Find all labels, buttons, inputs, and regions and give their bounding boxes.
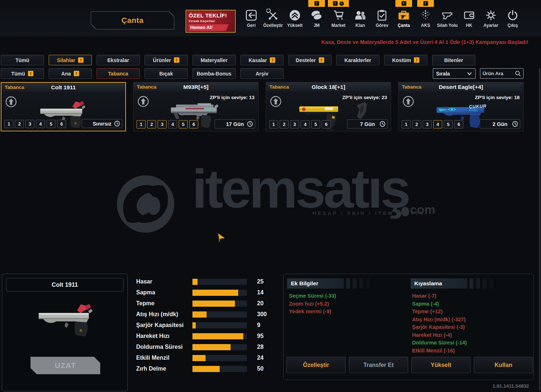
- action-button-4[interactable]: Kullan: [474, 357, 533, 373]
- slot-2[interactable]: 2: [412, 120, 421, 128]
- filter-category-6[interactable]: Kasalar!: [240, 55, 284, 65]
- slot-4[interactable]: 4: [168, 120, 177, 128]
- nav-item-aks[interactable]: !AKS: [415, 9, 436, 28]
- extra-info-list: Seçme Süresi (-33)Zoom hızı (+5.2)Yedek …: [289, 292, 336, 316]
- filter-category-2[interactable]: Silahlar!: [49, 55, 92, 65]
- nav-item-ayarlar[interactable]: Ayarlar: [480, 9, 502, 28]
- action-button-2[interactable]: Transfer Et: [349, 357, 408, 373]
- nav-label: Klan: [355, 23, 365, 28]
- slot-1[interactable]: 1: [4, 120, 13, 128]
- upgrade-arrow-icon[interactable]: [270, 95, 282, 107]
- nav-item-gorev[interactable]: Görev: [371, 9, 393, 28]
- upgrade-arrow-icon[interactable]: [402, 95, 414, 107]
- slot-4[interactable]: 4: [36, 120, 45, 128]
- campaign-notice: Kasa, Deste ve Materyallerde 5 Adet ve Ü…: [321, 39, 528, 45]
- filter-subcategory-4[interactable]: Bıçak: [145, 68, 188, 79]
- slot-5[interactable]: 5: [179, 120, 188, 128]
- nav-item-klan[interactable]: Klan: [349, 9, 371, 28]
- filter-label: Bıçak: [159, 71, 173, 77]
- stat-bar: [192, 301, 247, 307]
- card-body: 123456 Sınırsız: [1, 92, 125, 131]
- slot-1[interactable]: 1: [269, 120, 278, 128]
- slot-3[interactable]: 3: [25, 120, 34, 128]
- sort-dropdown[interactable]: Sırala: [433, 68, 476, 79]
- filter-label: Materyaller: [201, 57, 228, 63]
- nav-label: Çanta: [398, 23, 410, 28]
- slot-6[interactable]: 6: [454, 120, 463, 128]
- slot-5[interactable]: 5: [46, 120, 56, 128]
- filter-category-5[interactable]: Materyaller: [192, 55, 236, 65]
- slot-4[interactable]: 4: [301, 120, 310, 128]
- stat-value: 300: [257, 311, 267, 318]
- upgrade-arrow-icon[interactable]: [5, 96, 17, 108]
- filter-category-7[interactable]: Desteler!: [288, 55, 331, 65]
- extend-button[interactable]: UZAT: [30, 357, 100, 374]
- stat-row: Zırh Delme 50: [136, 363, 274, 374]
- slot-3[interactable]: 3: [158, 120, 167, 128]
- filter-subcategory-3[interactable]: Tabanca: [97, 68, 140, 79]
- watermark: itemsatış HESAP / SKIN / ITEM / E-PIN co…: [114, 168, 433, 231]
- offer-subtitle: Fırsatı Kaçırma!: [189, 19, 232, 23]
- filter-subcategory-1[interactable]: Tümü!: [1, 68, 44, 79]
- slot-6[interactable]: 6: [322, 120, 331, 128]
- filter-category-8[interactable]: Karakterler: [336, 55, 379, 65]
- slot-3[interactable]: 3: [290, 120, 299, 128]
- filter-category-4[interactable]: Ürünler!: [145, 55, 188, 65]
- info-panel: Ek Bilgiler Seçme Süresi (-33)Zoom hızı …: [283, 274, 534, 380]
- toolbox-icon: [397, 9, 410, 22]
- weapon-card-4[interactable]: Tabanca Desert Eagle[+4] ZP'li için sevi…: [398, 82, 524, 131]
- filter-category-10[interactable]: Bitenler: [432, 55, 475, 65]
- slot-4[interactable]: 4: [433, 120, 442, 128]
- nav-item-ozellestir[interactable]: Özelleştir: [262, 9, 284, 28]
- slot-1[interactable]: 1: [402, 120, 411, 128]
- upgrade-arrow-icon[interactable]: [137, 95, 149, 107]
- slot-3[interactable]: 3: [423, 120, 432, 128]
- filter-label: Desteler: [296, 57, 316, 63]
- card-body: ZP'li için seviye: 18 ÇUKUR 123456 2 Gün: [399, 91, 523, 131]
- slot-2[interactable]: 2: [147, 120, 156, 128]
- filter-category-9[interactable]: Kostüm!: [384, 55, 427, 65]
- slot-6[interactable]: 6: [57, 120, 66, 128]
- nav-item-hk[interactable]: HK: [458, 9, 480, 28]
- weapon-card-1[interactable]: Tabanca Colt 1911 123456 Sınırsız: [1, 82, 126, 131]
- nav-item-canta[interactable]: !Çanta: [393, 9, 415, 28]
- action-button-3[interactable]: Yükselt: [411, 357, 471, 373]
- alert-badge: !: [414, 57, 419, 63]
- stat-label: Şarjör Kapasitesi: [136, 322, 192, 328]
- slot-6[interactable]: 6: [189, 120, 198, 128]
- nav-item-cikis[interactable]: Çıkış: [502, 9, 524, 28]
- scrollbar[interactable]: [539, 68, 540, 391]
- duration-text: 2 Gün: [492, 121, 507, 127]
- weapon-card-2[interactable]: Tabanca M93R[+5] ZP'li için seviye: 13 1…: [133, 82, 259, 131]
- stat-value: 25: [257, 278, 264, 285]
- slot-2[interactable]: 2: [280, 120, 289, 128]
- filter-label: Kostüm: [392, 57, 411, 63]
- filter-label: Ana: [61, 71, 71, 77]
- nav-item-geri[interactable]: Geri: [240, 9, 262, 28]
- filter-subcategory-6[interactable]: Arşiv: [240, 68, 284, 79]
- filter-category-1[interactable]: Tümü: [1, 55, 44, 65]
- duration-box: 17 Gün: [215, 119, 255, 128]
- slot-1[interactable]: 1: [137, 120, 146, 128]
- filter-category-3[interactable]: Ekstralar: [97, 55, 140, 65]
- duration-text: 17 Gün: [226, 121, 244, 127]
- action-button-row: ÖzelleştirTransfer EtYükseltKullan: [286, 357, 533, 373]
- slot-2[interactable]: 2: [15, 120, 24, 128]
- filter-subcategory-5[interactable]: Bomba-Bonus: [192, 68, 236, 79]
- stat-row: Doldurma Süresi 28: [136, 342, 274, 352]
- nav-label: AKS: [421, 23, 430, 28]
- weapon-card-3[interactable]: Tabanca Glock 18[+1] ZP'li için seviye: …: [266, 82, 391, 131]
- slot-5[interactable]: 5: [311, 120, 320, 128]
- special-offer-banner[interactable]: ÖZEL TEKLİF! Fırsatı Kaçırma! Hemen Al!: [186, 10, 236, 33]
- nav-item-yukselt[interactable]: Yükselt: [284, 9, 306, 28]
- slot-5[interactable]: 5: [444, 120, 453, 128]
- nav-item-market[interactable]: !Market: [328, 9, 349, 28]
- nav-item-jm[interactable]: !JM: [306, 9, 328, 28]
- action-button-1[interactable]: Özelleştir: [286, 357, 346, 373]
- stat-value: 50: [257, 366, 264, 372]
- nav-item-silah-yolu[interactable]: Silah Yolu: [436, 9, 458, 28]
- offer-cta[interactable]: Hemen Al!: [189, 24, 229, 31]
- filter-subcategory-2[interactable]: Ana!: [49, 68, 92, 79]
- search-input[interactable]: [483, 71, 515, 76]
- stat-bar: [192, 279, 247, 285]
